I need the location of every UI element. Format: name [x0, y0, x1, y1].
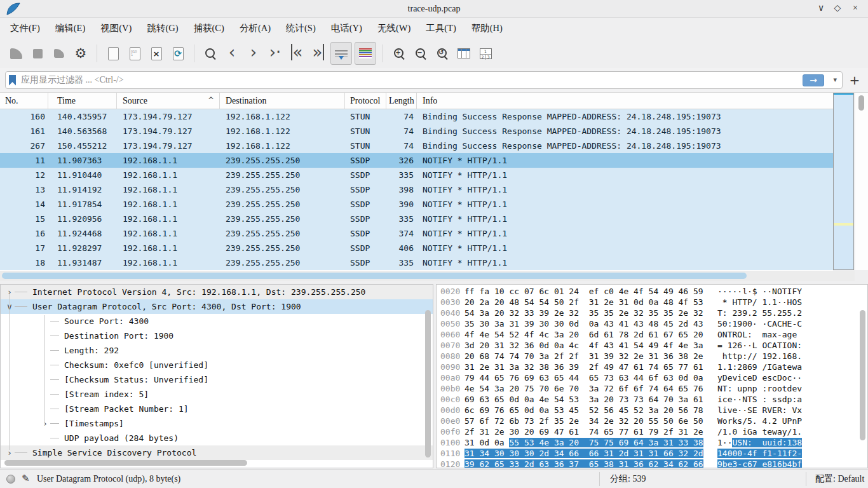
save-file-icon[interactable]: 0101	[125, 43, 144, 64]
bytes-vertical-scrollbar[interactable]	[860, 309, 866, 465]
go-forward-icon[interactable]: ›	[244, 43, 263, 64]
menu-capture[interactable]: 捕获(C)	[186, 20, 232, 37]
menu-edit[interactable]: 编辑(E)	[48, 20, 93, 37]
packet-list-horizontal-scrollbar[interactable]	[0, 271, 855, 281]
reload-file-icon[interactable]: ⟳	[168, 43, 187, 64]
go-back-icon[interactable]: ‹	[222, 43, 241, 64]
menu-go[interactable]: 跳转(G)	[139, 20, 186, 37]
hex-row[interactable]: 00f0 2f 31 2e 30 20 69 47 61 74 65 77 61…	[437, 426, 867, 437]
packet-row[interactable]: 160 140.435957 173.194.79.127 192.168.1.…	[0, 109, 833, 124]
apply-filter-icon[interactable]: →	[803, 74, 824, 86]
packet-row[interactable]: 11 11.907363 192.168.1.1 239.255.255.250…	[0, 153, 833, 168]
scrollbar-thumb[interactable]	[860, 310, 865, 440]
zoom-out-icon[interactable]: −	[411, 43, 430, 64]
zoom-reset-icon[interactable]: ↺	[433, 43, 452, 64]
minimize-icon[interactable]: ∨	[813, 0, 829, 18]
go-first-packet-icon[interactable]: «	[287, 43, 306, 64]
hex-row[interactable]: 0100 31 0d 0a 55 53 4e 3a 20 75 75 69 64…	[437, 437, 867, 448]
detail-row[interactable]: › Simple Service Discovery Protocol	[1, 445, 433, 460]
menu-wireless[interactable]: 无线(W)	[370, 20, 418, 37]
stop-capture-icon[interactable]	[28, 43, 47, 64]
colorize-toggle-icon[interactable]	[355, 42, 376, 65]
hex-row[interactable]: 00c0 69 63 65 0d 0a 4e 54 53 3a 20 73 73…	[437, 394, 867, 405]
add-filter-button-icon[interactable]: +	[846, 72, 863, 88]
detail-row[interactable]: ∨ User Datagram Protocol, Src Port: 4300…	[1, 299, 433, 314]
capture-options-icon[interactable]: ⚙	[71, 43, 90, 64]
detail-row[interactable]: › [Timestamps]	[1, 416, 433, 431]
go-to-packet-icon[interactable]: ›·	[266, 43, 285, 64]
packet-row[interactable]: 16 11.924468 192.168.1.1 239.255.255.250…	[0, 226, 833, 241]
menu-telephony[interactable]: 电话(Y)	[323, 20, 370, 37]
hex-row[interactable]: 00a0 79 44 65 76 69 63 65 44 65 73 63 44…	[437, 372, 867, 383]
packet-row[interactable]: 15 11.920956 192.168.1.1 239.255.255.250…	[0, 212, 833, 226]
column-header-no[interactable]: No.	[0, 93, 48, 109]
menu-help[interactable]: 帮助(H)	[464, 20, 510, 37]
menu-analyze[interactable]: 分析(A)	[232, 20, 278, 37]
packet-row[interactable]: 161 140.563568 173.194.79.127 192.168.1.…	[0, 124, 833, 139]
close-file-icon[interactable]: ×	[147, 43, 166, 64]
detail-row[interactable]: Checksum: 0xefc0 [unverified]	[1, 358, 433, 372]
detail-row[interactable]: Source Port: 4300	[1, 314, 433, 329]
menu-file[interactable]: 文件(F)	[3, 20, 48, 37]
expander-icon[interactable]: ›	[40, 419, 50, 428]
packet-row[interactable]: 18 11.931487 192.168.1.1 239.255.255.250…	[0, 255, 833, 270]
hex-row[interactable]: 0050 35 30 3a 31 39 30 30 0d 0a 43 41 43…	[437, 318, 867, 329]
hex-row[interactable]: 0090 31 2e 31 3a 32 38 36 39 2f 49 47 61…	[437, 362, 867, 372]
detail-row[interactable]: Destination Port: 1900	[1, 329, 433, 343]
capture-comment-icon[interactable]: ✎	[22, 473, 30, 484]
display-filter-field[interactable]: → ▾	[5, 71, 843, 89]
close-icon[interactable]: ×	[848, 0, 863, 18]
detail-row[interactable]: [Checksum Status: Unverified]	[1, 372, 433, 387]
go-last-packet-icon[interactable]: »	[309, 43, 328, 64]
packet-row[interactable]: 12 11.910440 192.168.1.1 239.255.255.250…	[0, 168, 833, 182]
packet-row[interactable]: 13 11.914192 192.168.1.1 239.255.255.250…	[0, 182, 833, 197]
hex-row[interactable]: 0040 54 3a 20 32 33 39 2e 32 35 35 2e 32…	[437, 308, 867, 318]
resize-columns-icon[interactable]	[454, 43, 473, 64]
auto-scroll-toggle-icon[interactable]	[330, 42, 352, 65]
hex-row[interactable]: 0060 4f 4e 54 52 4f 4c 3a 20 6d 61 78 2d…	[437, 329, 867, 340]
hex-row[interactable]: 0080 20 68 74 74 70 3a 2f 2f 31 39 32 2e…	[437, 351, 867, 362]
hex-row[interactable]: 0070 3d 20 31 32 36 0d 0a 4c 4f 43 41 54…	[437, 340, 867, 351]
packet-row[interactable]: 267 150.455212 173.194.79.127 192.168.1.…	[0, 139, 833, 153]
column-header-source[interactable]: Source^	[117, 93, 220, 109]
expander-icon[interactable]: ›	[4, 448, 15, 458]
hex-row[interactable]: 0030 20 2a 20 48 54 54 50 2f 31 2e 31 0d…	[437, 297, 867, 308]
menu-tools[interactable]: 工具(T)	[418, 20, 464, 37]
packet-row[interactable]: 14 11.917854 192.168.1.1 239.255.255.250…	[0, 197, 833, 212]
start-capture-icon[interactable]	[6, 43, 25, 64]
expert-info-icon[interactable]	[6, 475, 15, 484]
column-header-length[interactable]: Length	[386, 93, 417, 109]
column-header-protocol[interactable]: Protocol	[345, 93, 386, 109]
filter-history-icon[interactable]: ▾	[833, 76, 837, 84]
column-header-destination[interactable]: Destination	[220, 93, 345, 109]
hex-row[interactable]: 00b0 4e 54 3a 20 75 70 6e 70 3a 72 6f 6f…	[437, 383, 867, 394]
hex-row[interactable]: 0020 ff fa 10 cc 07 6c 01 24 ef c0 4e 4f…	[437, 286, 867, 297]
detail-row[interactable]: UDP payload (284 bytes)	[1, 431, 433, 445]
menu-statistics[interactable]: 统计(S)	[278, 20, 323, 37]
column-header-info[interactable]: Info	[417, 93, 833, 109]
display-filter-input[interactable]	[16, 75, 842, 85]
hex-row[interactable]: 0120 39 62 65 33 2d 63 36 37 65 38 31 36…	[437, 459, 867, 468]
hex-row[interactable]: 00d0 6c 69 76 65 0d 0a 53 45 52 56 45 52…	[437, 405, 867, 416]
menu-view[interactable]: 视图(V)	[93, 20, 139, 37]
packet-list-vertical-scrollbar[interactable]	[855, 93, 868, 270]
expander-icon[interactable]: ∨	[4, 302, 15, 311]
detail-row[interactable]: [Stream Packet Number: 1]	[1, 402, 433, 416]
filter-bookmark-icon[interactable]	[9, 75, 16, 86]
hex-row[interactable]: 00e0 57 6f 72 6b 73 2f 35 2e 34 2e 32 20…	[437, 416, 867, 426]
scrollbar-thumb[interactable]	[4, 460, 247, 466]
open-file-icon[interactable]	[104, 43, 123, 64]
scrollbar-thumb[interactable]	[2, 273, 747, 279]
packet-row[interactable]: 17 11.928297 192.168.1.1 239.255.255.250…	[0, 241, 833, 255]
scrollbar-thumb[interactable]	[858, 95, 864, 111]
restart-capture-icon[interactable]	[50, 43, 69, 64]
details-vertical-scrollbar[interactable]	[425, 309, 431, 458]
detail-row[interactable]: › Internet Protocol Version 4, Src: 192.…	[1, 285, 433, 299]
column-header-time[interactable]: Time	[48, 93, 117, 109]
expander-icon[interactable]: ›	[4, 287, 15, 297]
layout-chooser-icon[interactable]: 123	[476, 43, 495, 64]
packet-list-minimap-scrollbar[interactable]	[833, 93, 854, 270]
find-packet-icon[interactable]	[201, 43, 220, 64]
details-horizontal-scrollbar[interactable]	[2, 460, 423, 466]
hex-row[interactable]: 0110 31 34 30 30 30 2d 34 66 66 31 2d 31…	[437, 448, 867, 459]
